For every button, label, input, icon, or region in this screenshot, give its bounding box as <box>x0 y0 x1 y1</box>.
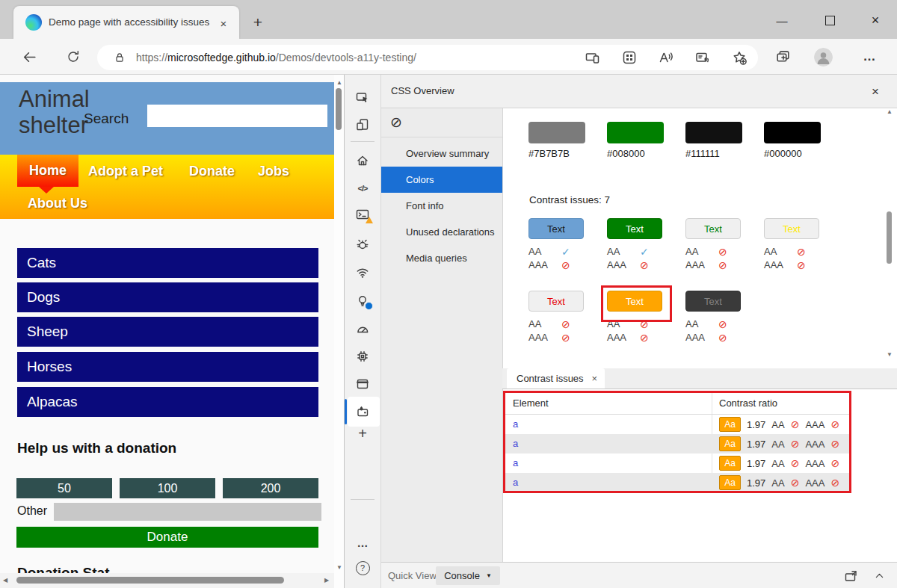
console-tool-button[interactable] <box>355 207 370 222</box>
search-input[interactable] <box>147 105 327 127</box>
immersive-reader-button[interactable] <box>693 48 712 67</box>
vertical-scroll-thumb[interactable] <box>336 88 342 130</box>
activity-overflow-button[interactable]: … <box>355 535 370 550</box>
table-row[interactable]: a Aa 1.97 AA ⊘ AAA ⊘ <box>505 454 849 473</box>
vertical-scroll-thumb[interactable] <box>887 211 892 264</box>
tab-close-icon[interactable]: × <box>215 15 232 31</box>
element-link[interactable]: a <box>513 438 518 449</box>
restore-panel-button[interactable] <box>844 569 858 583</box>
sidebar-item-overview-summary[interactable]: Overview summary <box>381 140 502 167</box>
scroll-up-arrow[interactable]: ▲ <box>336 80 342 86</box>
performance-gauge-icon <box>356 322 369 335</box>
color-swatch[interactable] <box>685 122 742 143</box>
contrast-swatch: Aa <box>719 475 741 490</box>
contrast-swatch: Aa <box>719 456 741 471</box>
lock-icon[interactable] <box>114 52 126 64</box>
read-aloud-button[interactable] <box>656 48 676 67</box>
refresh-button[interactable] <box>62 46 84 68</box>
scroll-right-arrow[interactable]: ▶ <box>324 578 329 584</box>
scroll-left-arrow[interactable]: ◀ <box>3 578 7 584</box>
amount-button-200[interactable]: 200 <box>223 478 318 498</box>
apps-button[interactable] <box>620 48 639 67</box>
sources-tool-button[interactable] <box>355 237 370 252</box>
performance-tool-button[interactable] <box>355 321 370 336</box>
clear-overview-icon[interactable]: ⊘ <box>390 114 402 131</box>
scroll-down-arrow[interactable]: ▼ <box>887 352 893 358</box>
color-swatch[interactable] <box>607 122 664 143</box>
quick-view-dropdown[interactable]: Console ▼ <box>436 566 500 585</box>
address-bar[interactable]: https://microsoftedge.github.io/Demos/de… <box>97 45 758 70</box>
color-swatch[interactable] <box>764 122 821 143</box>
window-minimize-button[interactable]: — <box>771 10 793 31</box>
nav-item-about-us[interactable]: About Us <box>28 196 87 211</box>
devices-icon <box>585 50 600 65</box>
table-row[interactable]: a Aa 1.97 AA ⊘ AAA ⊘ <box>505 434 849 454</box>
back-button[interactable] <box>18 46 40 68</box>
element-link[interactable]: a <box>513 418 518 430</box>
element-link[interactable]: a <box>513 477 518 488</box>
scroll-up-arrow[interactable]: ▲ <box>887 109 893 115</box>
page-horizontal-scrollbar[interactable]: ◀ ▶ <box>0 573 334 588</box>
animal-button-alpacas[interactable]: Alpacas <box>17 387 318 417</box>
panel-title: CSS Overview <box>391 85 454 96</box>
issues-tool-button[interactable] <box>355 294 370 309</box>
sidebar-item-media-queries[interactable]: Media queries <box>381 245 502 271</box>
panel-close-button[interactable]: × <box>867 84 884 100</box>
devtools-content-scrollbar[interactable]: ▲ ▼ <box>884 109 895 363</box>
amount-button-50[interactable]: 50 <box>16 478 112 498</box>
table-row[interactable]: a Aa 1.97 AA ⊘ AAA ⊘ <box>505 415 849 434</box>
inspect-tool-button[interactable] <box>355 90 370 105</box>
application-tool-button[interactable] <box>355 377 370 392</box>
collections-button[interactable] <box>771 46 794 68</box>
add-favorite-button[interactable] <box>730 48 749 67</box>
ratio-value: 1.97 <box>747 419 765 430</box>
animal-button-horses[interactable]: Horses <box>17 352 318 382</box>
color-hex-label: #008000 <box>607 148 645 159</box>
amount-button-100[interactable]: 100 <box>120 478 215 498</box>
tab-contrast-issues[interactable]: Contrast issues × <box>507 368 605 389</box>
memory-tool-button[interactable] <box>355 349 370 364</box>
other-amount-input[interactable] <box>54 503 321 521</box>
page-vertical-scrollbar[interactable]: ▲ ▼ <box>334 75 344 588</box>
network-tool-button[interactable] <box>355 265 370 280</box>
element-link[interactable]: a <box>513 457 518 468</box>
window-close-button[interactable]: × <box>864 10 887 31</box>
elements-tool-button[interactable]: </> <box>355 181 370 196</box>
welcome-tool-button[interactable] <box>355 153 370 168</box>
contrast-sample-swatch: Text <box>685 218 741 239</box>
nav-item-donate[interactable]: Donate <box>189 164 235 179</box>
donate-button[interactable]: Donate <box>16 527 318 548</box>
animal-button-dogs[interactable]: Dogs <box>17 282 318 312</box>
contrast-sample: Text AA⊘ AAA⊘ <box>528 291 584 345</box>
help-button[interactable]: ? <box>355 560 370 575</box>
url-text: https://microsoftedge.github.io/Demos/de… <box>136 52 416 64</box>
sidebar-item-unused-declarations[interactable]: Unused declarations <box>381 219 502 245</box>
table-row[interactable]: a Aa 1.97 AA ⊘ AAA ⊘ <box>505 473 849 492</box>
sidebar-item-font-info[interactable]: Font info <box>381 193 502 219</box>
device-preview-button[interactable] <box>583 48 602 67</box>
scroll-down-arrow[interactable]: ▼ <box>336 565 342 571</box>
bug-icon <box>356 238 369 251</box>
new-tab-button[interactable]: + <box>248 13 268 32</box>
window-maximize-button[interactable] <box>819 10 841 31</box>
url-scheme: https:// <box>136 52 167 64</box>
more-tools-button[interactable]: + <box>355 426 370 441</box>
tab-close-icon[interactable]: × <box>591 373 597 384</box>
inspect-icon <box>356 91 369 105</box>
nav-item-jobs[interactable]: Jobs <box>258 164 289 179</box>
horizontal-scroll-thumb[interactable] <box>16 577 284 584</box>
nav-item-home[interactable]: Home <box>17 155 78 187</box>
avatar-icon <box>814 48 833 66</box>
animal-button-cats[interactable]: Cats <box>17 248 318 278</box>
browser-tab[interactable]: Demo page with accessibility issues × <box>13 6 239 39</box>
profile-avatar[interactable] <box>814 48 833 66</box>
sidebar-item-colors[interactable]: Colors <box>381 167 502 193</box>
expand-quickview-button[interactable] <box>874 570 885 581</box>
nav-item-adopt[interactable]: Adopt a Pet <box>88 164 163 179</box>
color-swatch[interactable] <box>528 122 585 143</box>
animal-button-sheep[interactable]: Sheep <box>17 317 318 347</box>
title-bar: Demo page with accessibility issues × + … <box>0 0 897 39</box>
browser-menu-button[interactable]: … <box>859 46 880 67</box>
device-emulation-button[interactable] <box>355 117 370 132</box>
css-overview-tool-button[interactable] <box>355 404 370 419</box>
